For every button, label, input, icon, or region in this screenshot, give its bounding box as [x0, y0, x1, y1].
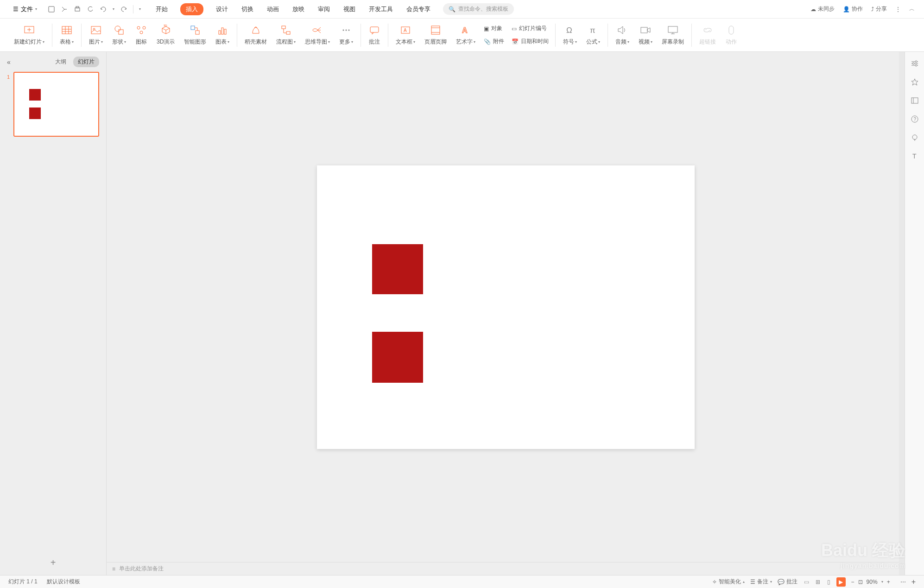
- idea-icon[interactable]: [910, 133, 919, 142]
- svg-rect-31: [641, 27, 647, 33]
- svg-text:π: π: [590, 26, 595, 35]
- mindmap-button[interactable]: 思维导图▾: [300, 19, 335, 51]
- datetime-button[interactable]: 📅日期和时间: [512, 36, 549, 47]
- screen-record-button[interactable]: 屏幕录制: [657, 19, 689, 51]
- more-menu-icon[interactable]: ⋯: [900, 579, 906, 585]
- tab-home[interactable]: 开始: [155, 3, 169, 15]
- fit-icon[interactable]: ⊡: [858, 579, 863, 585]
- file-menu[interactable]: ☰ 文件 ▾: [9, 3, 41, 16]
- shapes-button[interactable]: 形状▾: [108, 19, 131, 51]
- equation-button[interactable]: π 公式▾: [582, 19, 605, 51]
- share-button[interactable]: ⤴ 分享: [871, 5, 887, 13]
- collapse-ribbon-icon[interactable]: ︿: [909, 5, 915, 13]
- slide-thumb-item[interactable]: 1: [7, 72, 99, 137]
- reading-view-icon[interactable]: ▯: [825, 578, 833, 586]
- svg-point-36: [915, 64, 917, 66]
- template-name: 默认设计模板: [47, 578, 80, 586]
- header-footer-button[interactable]: 页眉页脚: [420, 19, 451, 51]
- object-icon: ▣: [484, 25, 489, 32]
- text-icon[interactable]: T: [910, 152, 919, 161]
- settings-icon[interactable]: [910, 59, 919, 68]
- 3d-button[interactable]: 3D 3D演示: [152, 19, 179, 51]
- main-area: « 大纲 幻灯片 1 + ≡ 单击此处添加备注: [0, 52, 924, 575]
- rectangle-shape[interactable]: [372, 332, 423, 383]
- sorter-view-icon[interactable]: ⊞: [814, 578, 822, 586]
- smartart-button[interactable]: 智能图形: [179, 19, 211, 51]
- effects-icon[interactable]: [910, 77, 919, 87]
- notes-button[interactable]: ☰ 备注 ▾: [750, 578, 772, 586]
- video-button[interactable]: 视频▾: [634, 19, 657, 51]
- canvas-scroll[interactable]: [107, 52, 905, 562]
- print-icon[interactable]: [74, 6, 81, 13]
- undo-dropdown[interactable]: ▾: [113, 7, 114, 11]
- tab-design[interactable]: 设计: [215, 3, 229, 15]
- person-icon: 👤: [843, 6, 850, 13]
- table-button[interactable]: 表格▾: [55, 19, 78, 51]
- action-label: 动作: [726, 38, 737, 46]
- tab-slideshow[interactable]: 放映: [291, 3, 305, 15]
- chart-button[interactable]: 图表▾: [211, 19, 234, 51]
- more-icon[interactable]: ⋮: [895, 6, 901, 13]
- slide-thumbnail[interactable]: [13, 72, 99, 137]
- collapse-panel-icon[interactable]: «: [7, 58, 11, 66]
- textbox-button[interactable]: A 文本框▾: [391, 19, 420, 51]
- rectangle-shape[interactable]: [372, 244, 423, 294]
- slide-canvas[interactable]: [317, 165, 695, 449]
- svg-rect-4: [62, 26, 71, 34]
- tab-developer[interactable]: 开发工具: [368, 3, 394, 15]
- tab-view[interactable]: 视图: [342, 3, 356, 15]
- slides-tab[interactable]: 幻灯片: [73, 57, 99, 67]
- tab-animation[interactable]: 动画: [266, 3, 280, 15]
- icons-button[interactable]: 图标: [131, 19, 152, 51]
- docer-button[interactable]: 稻壳素材: [240, 19, 272, 51]
- svg-point-21: [343, 30, 344, 31]
- collab-button[interactable]: 👤 协作: [843, 5, 863, 13]
- tab-transition[interactable]: 切换: [240, 3, 254, 15]
- symbol-button[interactable]: Ω 符号▾: [558, 19, 582, 51]
- slideshow-icon[interactable]: ▶: [836, 577, 846, 587]
- new-slide-button[interactable]: 新建幻灯片▾: [9, 19, 49, 51]
- redo-icon[interactable]: [120, 6, 127, 13]
- zoom-level[interactable]: 90%: [867, 579, 878, 585]
- textbox-icon: A: [399, 24, 411, 36]
- print-preview-icon[interactable]: [61, 6, 68, 13]
- layout-icon[interactable]: [910, 96, 919, 105]
- audio-button[interactable]: 音频▾: [611, 19, 634, 51]
- tab-member[interactable]: 会员专享: [405, 3, 431, 15]
- object-button[interactable]: ▣对象: [484, 23, 504, 34]
- slide-number-button[interactable]: ▭幻灯片编号: [512, 23, 549, 34]
- beautify-button[interactable]: ✧ 智能美化 ▴: [712, 578, 745, 586]
- comment-icon: [368, 24, 380, 36]
- qat-customize[interactable]: ▾: [139, 7, 141, 11]
- help-icon[interactable]: ?: [910, 114, 919, 124]
- add-button[interactable]: +: [911, 578, 916, 586]
- action-button: 动作: [721, 19, 742, 51]
- flowchart-button[interactable]: 流程图▾: [272, 19, 300, 51]
- svg-text:Ω: Ω: [566, 26, 572, 35]
- normal-view-icon[interactable]: ▭: [803, 578, 810, 586]
- refresh-icon[interactable]: [87, 6, 94, 13]
- zoom-out-button[interactable]: −: [851, 579, 854, 585]
- picture-button[interactable]: 图片▾: [84, 19, 108, 51]
- zoom-in-button[interactable]: +: [887, 579, 890, 585]
- more-button[interactable]: 更多▾: [335, 19, 358, 51]
- notes-icon: ☰: [750, 579, 755, 585]
- save-icon[interactable]: [48, 6, 55, 13]
- svg-rect-17: [224, 29, 226, 34]
- attachment-button[interactable]: 📎附件: [484, 36, 504, 47]
- comment-button[interactable]: 批注: [364, 19, 385, 51]
- search-box[interactable]: 🔍 查找命令、搜索模板: [443, 3, 514, 15]
- vertical-scrollbar[interactable]: [899, 52, 905, 575]
- paperclip-icon: 📎: [484, 38, 491, 45]
- wordart-button[interactable]: A 艺术字▾: [451, 19, 480, 51]
- comments-button[interactable]: 💬 批注: [778, 578, 797, 586]
- tab-review[interactable]: 审阅: [317, 3, 331, 15]
- tab-insert[interactable]: 插入: [180, 3, 203, 15]
- add-slide-button[interactable]: +: [0, 550, 106, 575]
- sync-button[interactable]: ☁ 未同步: [810, 5, 835, 13]
- calendar-icon: 📅: [512, 38, 519, 45]
- undo-icon[interactable]: [100, 6, 107, 13]
- notes-bar[interactable]: ≡ 单击此处添加备注: [107, 562, 905, 575]
- outline-tab[interactable]: 大纲: [55, 58, 66, 66]
- wordart-icon: A: [460, 24, 472, 36]
